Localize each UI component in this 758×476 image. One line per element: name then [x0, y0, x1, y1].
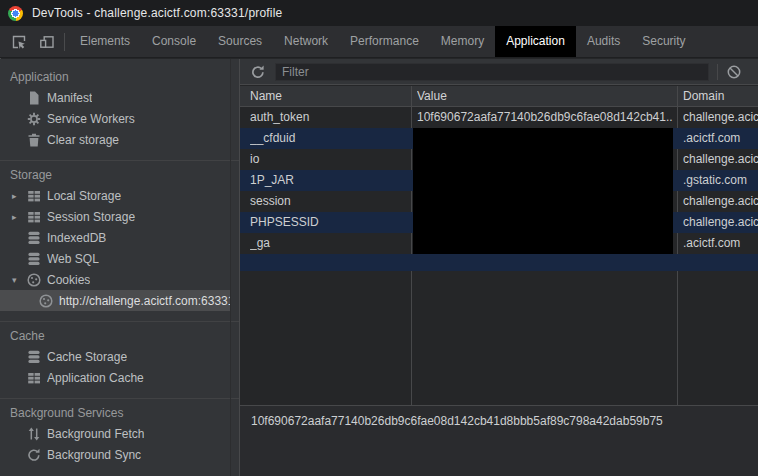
sidebar-item-label: Application Cache: [47, 371, 144, 385]
column-header-domain[interactable]: Domain: [683, 86, 758, 106]
sidebar-item-background-fetch[interactable]: Background Fetch: [0, 423, 230, 444]
gear-icon: [26, 111, 42, 127]
cell-domain[interactable]: .gstatic.com: [683, 170, 758, 191]
sidebar-item-manifest[interactable]: Manifest: [0, 87, 230, 108]
empty-cookie-row[interactable]: [240, 254, 758, 271]
tab-application[interactable]: Application: [495, 26, 576, 57]
device-toolbar-icon[interactable]: [38, 33, 56, 51]
sidebar-item-session-storage[interactable]: ▸Session Storage: [0, 206, 230, 227]
sidebar-section-cache: CacheCache StorageApplication Cache: [0, 321, 239, 388]
sidebar-section-background-services: Background ServicesBackground FetchBackg…: [0, 398, 239, 465]
sidebar-item-label: Background Fetch: [47, 427, 144, 441]
tab-sources[interactable]: Sources: [207, 26, 273, 57]
sidebar-item-local-storage[interactable]: ▸Local Storage: [0, 185, 230, 206]
sidebar-item-label: IndexedDB: [47, 231, 106, 245]
application-sidebar: ApplicationManifestService WorkersClear …: [0, 59, 240, 476]
sidebar-item-label: Local Storage: [47, 189, 121, 203]
cell-name[interactable]: io: [250, 149, 408, 170]
cell-domain[interactable]: .acictf.com: [683, 128, 758, 149]
column-header-name[interactable]: Name: [250, 86, 408, 106]
titlebar: DevTools - challenge.acictf.com:63331/pr…: [0, 0, 758, 26]
content: ApplicationManifestService WorkersClear …: [0, 59, 758, 476]
sidebar-item-application-cache[interactable]: Application Cache: [0, 367, 230, 388]
sidebar-item-service-workers[interactable]: Service Workers: [0, 108, 230, 129]
column-header-value[interactable]: Value: [417, 86, 673, 106]
sidebar-item-indexeddb[interactable]: IndexedDB: [0, 227, 230, 248]
sidebar-section-application: ApplicationManifestService WorkersClear …: [0, 67, 239, 150]
tab-elements[interactable]: Elements: [69, 26, 141, 57]
cell-domain[interactable]: challenge.acict: [683, 212, 758, 233]
column-resizer[interactable]: [677, 86, 678, 106]
tab-performance[interactable]: Performance: [339, 26, 430, 57]
window-title: DevTools - challenge.acictf.com:63331/pr…: [32, 6, 282, 20]
sync-icon: [26, 447, 42, 463]
tabbar-divider: [64, 33, 65, 51]
inspect-element-icon[interactable]: [10, 33, 28, 51]
sidebar-scrollbar[interactable]: [230, 59, 231, 476]
sidebar-section-storage: Storage▸Local Storage▸Session StorageInd…: [0, 160, 239, 311]
cell-name[interactable]: _ga: [250, 233, 408, 254]
cookie-value-preview: 10f690672aafa77140b26db9c6fae08d142cb41d…: [240, 405, 758, 476]
chevron-right-icon[interactable]: ▸: [12, 191, 26, 201]
sidebar-item-cookies[interactable]: ▾Cookies: [0, 269, 230, 290]
sidebar-item-http-challenge-acictf-com-63331[interactable]: http://challenge.acictf.com:63331: [0, 290, 230, 311]
cell-value[interactable]: 10f690672aafa77140b26db9c6fae08d142cb41.…: [417, 107, 673, 128]
chevron-right-icon[interactable]: ▸: [12, 212, 26, 222]
cookie-row-auth-token[interactable]: auth_token10f690672aafa77140b26db9c6fae0…: [240, 107, 758, 128]
cell-name[interactable]: 1P_JAR: [250, 170, 408, 191]
document-icon: [26, 90, 42, 106]
tabbar-icons: [0, 26, 64, 57]
tab-security[interactable]: Security: [631, 26, 696, 57]
sidebar-item-label: Cookies: [47, 273, 90, 287]
up-down-arrows-icon: [26, 426, 42, 442]
cell-name[interactable]: PHPSESSID: [250, 212, 408, 233]
cookies-panel: NameValueDomain auth_token10f690672aafa7…: [240, 59, 758, 476]
cookie-icon: [26, 272, 42, 288]
cell-name[interactable]: session: [250, 191, 408, 212]
table-icon: [26, 209, 42, 225]
trash-icon: [26, 132, 42, 148]
cell-domain[interactable]: .acictf.com: [683, 233, 758, 254]
sidebar-item-clear-storage[interactable]: Clear storage: [0, 129, 230, 150]
filter-input[interactable]: [275, 63, 709, 81]
section-header-cache: Cache: [0, 326, 239, 346]
sidebar-item-label: Web SQL: [47, 252, 99, 266]
database-icon: [26, 251, 42, 267]
section-header-background-services: Background Services: [0, 403, 239, 423]
chrome-logo-icon: [8, 6, 23, 21]
tab-console[interactable]: Console: [141, 26, 207, 57]
sidebar-item-background-sync[interactable]: Background Sync: [0, 444, 230, 465]
cell-name[interactable]: auth_token: [250, 107, 408, 128]
cell-name[interactable]: __cfduid: [250, 128, 408, 149]
cookie-value-text: 10f690672aafa77140b26db9c6fae08d142cb41d…: [240, 406, 758, 428]
sidebar-item-label: Background Sync: [47, 448, 141, 462]
tab-memory[interactable]: Memory: [430, 26, 495, 57]
chevron-down-icon[interactable]: ▾: [12, 275, 26, 285]
sidebar-item-label: Session Storage: [47, 210, 135, 224]
section-header-application: Application: [0, 67, 239, 87]
tab-strip: ElementsConsoleSourcesNetworkPerformance…: [69, 26, 697, 57]
devtools-window: DevTools - challenge.acictf.com:63331/pr…: [0, 0, 758, 476]
table-icon: [26, 188, 42, 204]
column-resizer[interactable]: [411, 86, 412, 106]
sidebar-item-label: Cache Storage: [47, 350, 127, 364]
section-header-storage: Storage: [0, 165, 239, 185]
tab-network[interactable]: Network: [273, 26, 339, 57]
sidebar-item-label: http://challenge.acictf.com:63331: [59, 294, 230, 308]
table-icon: [26, 370, 42, 386]
cell-domain[interactable]: challenge.acict: [683, 149, 758, 170]
toolbar-divider: [717, 64, 718, 80]
sidebar-tree: ApplicationManifestService WorkersClear …: [0, 67, 239, 465]
tabbar: ElementsConsoleSourcesNetworkPerformance…: [0, 26, 758, 58]
cell-domain[interactable]: challenge.acict: [683, 107, 758, 128]
cookie-icon: [38, 293, 54, 309]
tab-audits[interactable]: Audits: [576, 26, 631, 57]
refresh-icon[interactable]: [250, 64, 266, 80]
sidebar-item-label: Service Workers: [47, 112, 135, 126]
sidebar-item-cache-storage[interactable]: Cache Storage: [0, 346, 230, 367]
database-icon: [26, 230, 42, 246]
block-icon[interactable]: [726, 64, 742, 80]
redaction-overlay: [413, 128, 673, 254]
sidebar-item-web-sql[interactable]: Web SQL: [0, 248, 230, 269]
cell-domain[interactable]: challenge.acict: [683, 191, 758, 212]
